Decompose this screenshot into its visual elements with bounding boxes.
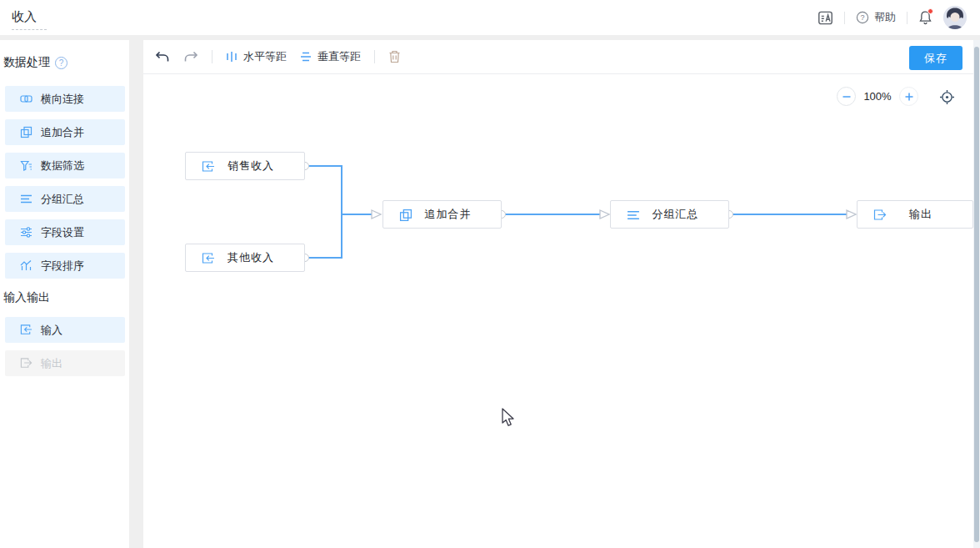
edge-sales-to-merge[interactable] bbox=[305, 166, 342, 214]
node-other-revenue[interactable]: 其他收入 bbox=[185, 244, 305, 272]
sidebar-item-append-merge[interactable]: 追加合并 bbox=[5, 119, 125, 145]
sidebar-item-group-summary[interactable]: 分组汇总 bbox=[5, 186, 125, 212]
help-button[interactable]: ? 帮助 bbox=[856, 10, 896, 25]
input-icon bbox=[202, 252, 215, 265]
locate-center-icon[interactable] bbox=[939, 89, 955, 105]
toolbar-separator bbox=[212, 50, 212, 63]
horizontal-spacing-icon bbox=[226, 51, 238, 63]
input-icon bbox=[202, 160, 215, 173]
data-filter-icon bbox=[20, 159, 32, 172]
header-separator bbox=[844, 12, 845, 24]
user-avatar[interactable] bbox=[943, 6, 967, 29]
sidebar-item-data-filter[interactable]: 数据筛选 bbox=[5, 153, 125, 178]
zoom-in-button[interactable] bbox=[899, 87, 918, 106]
field-sort-icon bbox=[20, 259, 32, 272]
node-group-summary[interactable]: 分组汇总 bbox=[610, 200, 729, 229]
redo-icon[interactable] bbox=[184, 51, 198, 63]
sidebar-divider bbox=[129, 40, 143, 548]
zoom-controls: 100% bbox=[837, 87, 918, 106]
notification-badge bbox=[928, 8, 933, 14]
sidebar-item-field-settings[interactable]: 字段设置 bbox=[5, 219, 125, 245]
vertical-scrollbar-thumb[interactable] bbox=[974, 47, 979, 542]
input-icon bbox=[20, 324, 32, 336]
vertical-spacing-button[interactable]: 垂直等距 bbox=[300, 49, 361, 64]
sidebar-item-horizontal-join[interactable]: 横向连接 bbox=[5, 86, 125, 112]
sidebar-item-output: 输出 bbox=[5, 350, 125, 376]
group-summary-icon bbox=[20, 193, 32, 205]
horizontal-spacing-button[interactable]: 水平等距 bbox=[226, 49, 287, 64]
help-icon: ? bbox=[856, 11, 869, 24]
flow-connectors bbox=[143, 74, 980, 548]
undo-icon[interactable] bbox=[155, 51, 169, 63]
arrowhead bbox=[372, 210, 381, 219]
svg-text:?: ? bbox=[860, 13, 864, 22]
field-settings-icon bbox=[20, 226, 32, 239]
sidebar-item-label: 输入 bbox=[41, 323, 62, 338]
output-icon bbox=[873, 209, 887, 222]
sidebar-item-input[interactable]: 输入 bbox=[5, 317, 125, 343]
section-help-icon[interactable]: ? bbox=[55, 57, 68, 69]
sidebar-item-label: 字段排序 bbox=[41, 259, 84, 274]
node-output[interactable]: 输出 bbox=[857, 200, 973, 229]
vertical-spacing-icon bbox=[300, 51, 312, 63]
page-title[interactable]: 收入 bbox=[12, 8, 47, 30]
toolbar-separator bbox=[374, 50, 375, 63]
append-merge-icon bbox=[20, 126, 32, 138]
group-summary-icon bbox=[627, 209, 640, 222]
arrowhead bbox=[847, 210, 856, 219]
sidebar: 数据处理 ? 横向连接 追加合并 数据筛选 分组汇总 bbox=[0, 40, 129, 548]
sidebar-item-field-sort[interactable]: 字段排序 bbox=[5, 253, 125, 279]
sidebar-item-label: 横向连接 bbox=[41, 92, 84, 107]
edge-other-to-merge[interactable] bbox=[305, 214, 342, 258]
help-label: 帮助 bbox=[874, 10, 896, 25]
append-merge-icon bbox=[399, 209, 412, 222]
sidebar-section-data-processing: 数据处理 ? bbox=[3, 55, 68, 70]
canvas-toolbar: 水平等距 垂直等距 bbox=[143, 40, 980, 74]
notification-bell-icon[interactable] bbox=[918, 10, 932, 25]
output-icon bbox=[20, 357, 32, 370]
header-separator bbox=[907, 12, 908, 24]
app-header: 收入 ? 帮助 bbox=[0, 0, 980, 35]
sidebar-item-label: 字段设置 bbox=[41, 225, 84, 240]
arrowhead bbox=[600, 210, 609, 219]
flow-canvas[interactable]: 销售收入 其他收入 追加合并 分组汇总 输出 bbox=[143, 74, 980, 548]
save-button[interactable]: 保存 bbox=[909, 46, 962, 70]
delete-icon[interactable] bbox=[388, 50, 401, 63]
node-sales-revenue[interactable]: 销售收入 bbox=[185, 152, 305, 180]
sidebar-section-input-output: 输入输出 bbox=[3, 290, 50, 305]
zoom-out-button[interactable] bbox=[837, 87, 856, 106]
node-append-merge[interactable]: 追加合并 bbox=[382, 200, 502, 229]
sidebar-item-label: 追加合并 bbox=[41, 125, 84, 140]
sidebar-item-label: 分组汇总 bbox=[41, 192, 84, 207]
sidebar-item-label: 输出 bbox=[41, 356, 62, 371]
zoom-level: 100% bbox=[863, 90, 892, 103]
translate-icon[interactable] bbox=[818, 10, 833, 26]
horizontal-join-icon bbox=[20, 93, 32, 105]
sidebar-item-label: 数据筛选 bbox=[41, 158, 84, 173]
